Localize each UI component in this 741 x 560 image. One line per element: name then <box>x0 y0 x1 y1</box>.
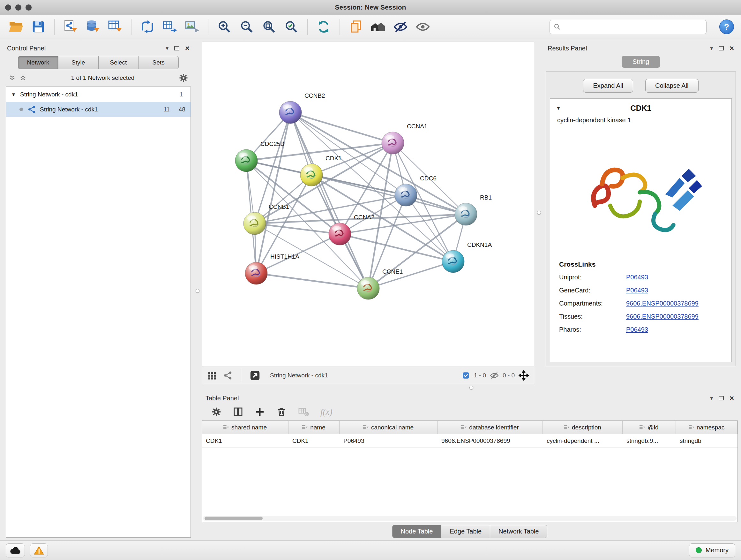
close-panel-icon[interactable]: × <box>730 394 734 402</box>
zoom-in-button[interactable] <box>215 18 233 36</box>
network-node-CCNA2[interactable] <box>329 223 351 245</box>
show-all-button[interactable] <box>414 18 432 36</box>
new-network-button[interactable] <box>138 18 156 36</box>
crosslink-value-link[interactable]: 9606.ENSP00000378699 <box>626 313 698 320</box>
network-edge-CCNB1-CCNA2[interactable] <box>255 224 340 234</box>
close-panel-icon[interactable]: × <box>730 44 734 52</box>
table-gear-icon[interactable] <box>211 407 221 417</box>
column-header--id[interactable]: @id <box>623 421 676 434</box>
show-columns-icon[interactable] <box>233 407 243 417</box>
delete-column-icon[interactable] <box>276 407 286 417</box>
network-graph[interactable]: CCNB2CCNA1CDC25BCDK1CDC6RB1CCNB1CCNA2CDK… <box>204 42 532 366</box>
splitter-handle[interactable] <box>469 386 473 389</box>
table-panel-splitter[interactable] <box>202 384 741 391</box>
network-edge-HIST1H1A-CCNE1[interactable] <box>256 273 368 288</box>
crosslink-value-link[interactable]: P06493 <box>626 326 648 333</box>
results-panel-splitter[interactable] <box>534 41 544 384</box>
tab-string[interactable]: String <box>622 56 660 68</box>
maximize-panel-icon[interactable] <box>719 46 724 51</box>
float-panel-icon[interactable]: ▾ <box>710 46 713 51</box>
network-edge-CDKN1A-CCNE1[interactable] <box>368 261 453 288</box>
network-edge-CCNB2-CCNA1[interactable] <box>290 112 393 143</box>
entry-caret-icon[interactable]: ▼ <box>556 105 576 111</box>
network-node-CDKN1A[interactable] <box>442 250 464 273</box>
tab-node-table[interactable]: Node Table <box>392 525 442 538</box>
control-tab-sets[interactable]: Sets <box>138 56 179 69</box>
column-header-database-identifier[interactable]: database identifier <box>437 421 543 434</box>
close-panel-icon[interactable]: × <box>185 44 190 52</box>
network-canvas[interactable]: CCNB2CCNA1CDC25BCDK1CDC6RB1CCNB1CCNA2CDK… <box>202 41 534 367</box>
table-cell[interactable]: CDK1 <box>202 437 288 444</box>
network-node-CDK1[interactable] <box>300 164 323 186</box>
save-session-button[interactable] <box>29 18 47 36</box>
expand-all-icon[interactable] <box>19 74 27 82</box>
network-edge-CCNB2-CDKN1A[interactable] <box>290 112 453 261</box>
network-node-CDC6[interactable] <box>395 184 417 206</box>
memory-button[interactable]: Memory <box>689 543 735 557</box>
float-panel-icon[interactable]: ▾ <box>165 46 169 51</box>
zoom-selected-button[interactable] <box>282 18 300 36</box>
crosslink-value-link[interactable]: P06493 <box>626 273 648 281</box>
close-window-button[interactable] <box>5 4 11 10</box>
maximize-panel-icon[interactable] <box>174 46 179 51</box>
table-cell[interactable]: P06493 <box>340 437 437 444</box>
hide-selected-button[interactable] <box>392 18 409 36</box>
network-overview-button[interactable] <box>223 371 232 380</box>
search-input[interactable] <box>549 20 706 34</box>
crosslink-value-link[interactable]: P06493 <box>626 287 648 294</box>
zoom-fit-button[interactable] <box>260 18 278 36</box>
apply-layout-button[interactable] <box>315 18 333 36</box>
birds-eye-view-button[interactable] <box>207 371 217 380</box>
network-node-RB1[interactable] <box>455 203 477 226</box>
clone-network-button[interactable] <box>347 18 365 36</box>
crosslink-value-link[interactable]: 9606.ENSP00000378699 <box>626 300 698 307</box>
table-cell[interactable]: 9606.ENSP00000378699 <box>437 437 543 444</box>
zoom-out-button[interactable] <box>238 18 256 36</box>
column-header-name[interactable]: name <box>288 421 340 434</box>
open-session-button[interactable] <box>7 18 25 36</box>
network-node-HIST1H1A[interactable] <box>245 262 267 285</box>
network-node-CCNA1[interactable] <box>382 132 404 154</box>
control-tab-network[interactable]: Network <box>18 56 58 69</box>
cloud-sync-button[interactable] <box>6 543 25 557</box>
pan-move-icon[interactable] <box>519 370 529 381</box>
maximize-panel-icon[interactable] <box>719 396 724 400</box>
table-cell[interactable]: cyclin-dependent ... <box>543 437 623 444</box>
export-image-button[interactable] <box>183 18 201 36</box>
table-row[interactable]: CDK1CDK1P064939606.ENSP00000378699cyclin… <box>202 434 738 448</box>
control-tab-style[interactable]: Style <box>58 56 98 69</box>
horizontal-scrollbar[interactable] <box>203 516 737 521</box>
table-cell[interactable]: stringdb <box>676 437 738 444</box>
collapse-all-button[interactable]: Collapse All <box>645 79 698 92</box>
network-node-CDC25B[interactable] <box>235 149 258 172</box>
home-button[interactable] <box>369 18 387 36</box>
export-table-button[interactable] <box>161 18 179 36</box>
splitter-handle[interactable] <box>537 211 541 214</box>
network-collection-row[interactable]: ▼ String Network - cdk1 1 <box>6 87 191 102</box>
network-edge-CCNB2-RB1[interactable] <box>290 112 466 214</box>
float-panel-icon[interactable]: ▾ <box>710 395 713 401</box>
add-column-icon[interactable] <box>255 407 265 417</box>
gear-icon[interactable] <box>179 73 188 83</box>
warnings-button[interactable] <box>30 543 48 557</box>
expand-all-button[interactable]: Expand All <box>583 79 633 92</box>
table-cell[interactable]: CDK1 <box>288 437 340 444</box>
minimize-window-button[interactable] <box>15 4 21 10</box>
column-header-namespac[interactable]: namespac <box>676 421 738 434</box>
zoom-window-button[interactable] <box>25 4 31 10</box>
open-in-new-window-button[interactable] <box>250 370 260 381</box>
splitter-handle[interactable] <box>196 289 199 293</box>
network-node-CCNE1[interactable] <box>357 277 380 300</box>
column-header-description[interactable]: description <box>543 421 623 434</box>
network-edge-CCNB2-HIST1H1A[interactable] <box>256 112 290 273</box>
help-button[interactable]: ? <box>719 19 734 34</box>
table-cell[interactable]: stringdb:9... <box>623 437 676 444</box>
network-row-selected[interactable]: String Network - cdk1 11 48 <box>6 102 191 117</box>
collection-caret-icon[interactable]: ▼ <box>11 91 20 97</box>
import-network-database-button[interactable] <box>84 18 102 36</box>
network-node-CCNB1[interactable] <box>244 212 266 235</box>
column-header-canonical-name[interactable]: canonical name <box>340 421 437 434</box>
column-header-shared-name[interactable]: shared name <box>202 421 288 434</box>
control-tab-select[interactable]: Select <box>98 56 139 69</box>
network-node-CCNB2[interactable] <box>279 101 301 124</box>
